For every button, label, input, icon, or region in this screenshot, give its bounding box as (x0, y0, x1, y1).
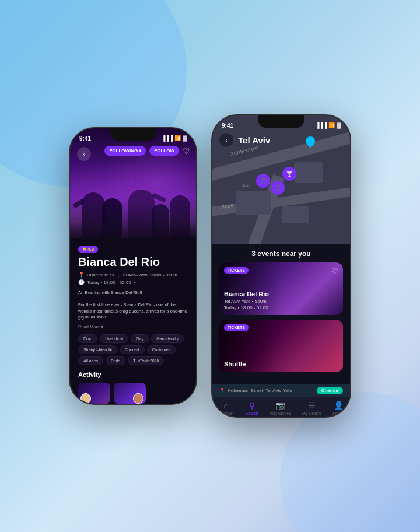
event-pin-3[interactable]: 🎵 (271, 181, 285, 195)
signal-icon-right: ▐▐▐ (316, 123, 327, 128)
tag-tlvpride[interactable]: TLVPride2020 (128, 356, 164, 365)
tag-drag[interactable]: Drag (78, 334, 97, 343)
location-bar: 📍 Huberman Street, Tel Aviv-Yafo Change (212, 384, 350, 397)
profile-icon: 👤 (334, 401, 344, 410)
event-card-2[interactable]: TICKETS Shuffle (219, 320, 343, 372)
status-time-left: 9:41 (79, 135, 91, 142)
thumb-avatar-1 (80, 393, 91, 404)
content-left: ★ 4.8 Bianca Del Rio 📍 Huberman St 1, Te… (70, 238, 196, 404)
tab-profile-label: Profile (332, 411, 344, 415)
status-icons-left: ▐▐▐ 📶 ▓ (162, 135, 187, 141)
rating-value: 4.8 (88, 247, 94, 252)
camera-icon: 📷 (275, 401, 285, 410)
location-text: 📍 Huberman Street, Tel Aviv-Yafo (219, 388, 292, 393)
content-right: Хатия-стрит Дере 332 🎵 🍸 🎵 ‹ Tel Aviv 3 … (212, 116, 350, 416)
tag-costumes[interactable]: Costumes (147, 345, 176, 354)
map-block-3 (282, 206, 309, 223)
tab-profile[interactable]: 👤 Profile (332, 401, 344, 415)
notch-left (110, 128, 156, 141)
tag-pride[interactable]: Pride (106, 356, 125, 365)
phone-right: 9:41 ▐▐▐ 📶 ▓ Хатия-стрит (211, 114, 351, 418)
event-card-1-title: Bianca Del Rio (224, 290, 269, 298)
following-label: FOLLOWING (109, 148, 138, 153)
tab-discover[interactable]: ⌂ Discover (218, 401, 234, 415)
map-number: 332 (242, 183, 249, 188)
event-pin-1[interactable]: 🎵 (256, 174, 270, 188)
activity-thumb-1[interactable] (78, 383, 110, 404)
event-card-2-title: Shuffle (224, 360, 246, 368)
tab-my-orders[interactable]: ☰ My Orders (302, 401, 321, 415)
status-icons-right: ▐▐▐ 📶 ▓ (316, 123, 341, 128)
follow-label: FOLLOW (154, 148, 174, 153)
heart-icon-card1[interactable]: ♡ (331, 267, 338, 276)
right-header: ‹ Tel Aviv (212, 130, 350, 150)
venue-schedule: 🕐 Today • 18:00 - 02:00 ▾ (78, 279, 188, 285)
activity-thumb-2[interactable] (114, 383, 146, 404)
change-button[interactable]: Change (317, 387, 343, 394)
thumb-avatar-2 (133, 393, 144, 404)
tab-add-label: Add Stories (270, 411, 290, 415)
tab-search[interactable]: ⚲ Search (246, 401, 258, 415)
description: An Evening with Bianca Del Rio!! For the… (78, 290, 188, 321)
phone-left: 9:41 ▐▐▐ 📶 ▓ ‹ FOLLOWING ▾ (69, 127, 197, 405)
event-card-1-location: Tel Aviv-Yafo • 850m (224, 299, 269, 304)
battery-icon-left: ▓ (183, 135, 187, 141)
city-name: Tel Aviv (238, 135, 270, 145)
tag-all-ages[interactable]: All ages (78, 356, 103, 365)
orders-icon: ☰ (308, 401, 316, 410)
activity-thumbs (78, 383, 188, 404)
location-address: Huberman Street, Tel Aviv-Yafo (228, 388, 292, 393)
schedule-text: Today • 18:00 - 02:00 (87, 280, 131, 285)
tab-orders-label: My Orders (302, 411, 321, 415)
read-more-button[interactable]: Read More ▾ (78, 324, 188, 330)
tag-straight-friendly[interactable]: Straight-friendly (78, 345, 117, 354)
tab-bar: ⌂ Discover ⚲ Search 📷 Add Stories ☰ My O… (212, 397, 350, 416)
tab-search-label: Search (246, 411, 258, 415)
back-button-right[interactable]: ‹ (219, 133, 233, 147)
event-card-2-info: Shuffle (224, 360, 246, 368)
tickets-badge-2: TICKETS (224, 324, 249, 331)
notch-right (258, 116, 304, 128)
map-area: Хатия-стрит Дере 332 🎵 🍸 🎵 ‹ Tel Aviv (212, 116, 350, 244)
following-button[interactable]: FOLLOWING ▾ (104, 146, 146, 156)
activity-title: Activity (78, 371, 188, 378)
map-block-2 (294, 162, 323, 183)
tag-gay-friendly[interactable]: Gay-friendly (151, 334, 184, 343)
phones-container: 9:41 ▐▐▐ 📶 ▓ ‹ FOLLOWING ▾ (69, 114, 351, 418)
hero-actions: FOLLOWING ▾ FOLLOW ♡ (104, 146, 190, 156)
event-card-1-info: Bianca Del Rio Tel Aviv-Yafo • 850m Toda… (224, 290, 269, 310)
clock-icon: 🕐 (78, 279, 85, 285)
hero-image: ‹ FOLLOWING ▾ FOLLOW ♡ (70, 128, 196, 245)
venue-name: Bianca Del Rio (78, 256, 188, 268)
events-near-title: 3 events near you (219, 250, 343, 258)
address-text: Huberman St 1, Tel Aviv-Yafo, Israel • 8… (87, 272, 177, 278)
wifi-icon-left: 📶 (174, 135, 181, 141)
chevron-down-icon: ▾ (139, 148, 141, 153)
signal-icon-left: ▐▐▐ (162, 135, 173, 141)
back-button-left[interactable]: ‹ (77, 147, 91, 161)
tag-gay[interactable]: Gay (131, 334, 149, 343)
heart-icon-hero[interactable]: ♡ (183, 146, 190, 156)
schedule-chevron[interactable]: ▾ (134, 280, 136, 285)
rating-badge: ★ 4.8 (78, 246, 98, 253)
event-card-1[interactable]: TICKETS ♡ Bianca Del Rio Tel Aviv-Yafo •… (219, 262, 343, 315)
read-more-chevron: ▾ (101, 324, 103, 330)
event-card-1-schedule: Today • 18:00 - 02:00 (224, 305, 269, 310)
event-pin-2[interactable]: 🍸 (282, 167, 296, 181)
tab-discover-label: Discover (218, 411, 234, 415)
desc-line2: For the first time ever - Bianca Del Rio… (78, 302, 188, 321)
follow-button[interactable]: FOLLOW (149, 146, 179, 156)
battery-icon-right: ▓ (337, 123, 341, 128)
tag-concert[interactable]: Concert (120, 345, 145, 354)
tag-live-show[interactable]: Live show (100, 334, 128, 343)
wifi-icon-right: 📶 (328, 123, 335, 128)
desc-line1: An Evening with Bianca Del Rio!! (78, 290, 188, 296)
map-block-1 (236, 191, 271, 215)
tickets-badge-1: TICKETS (224, 267, 249, 274)
venue-address: 📍 Huberman St 1, Tel Aviv-Yafo, Israel •… (78, 272, 188, 278)
pin-icon: 📍 (78, 272, 85, 278)
location-pin-icon: 📍 (219, 388, 225, 393)
status-time-right: 9:41 (222, 123, 233, 129)
search-icon: ⚲ (249, 401, 255, 410)
tab-add-stories[interactable]: 📷 Add Stories (270, 401, 290, 415)
